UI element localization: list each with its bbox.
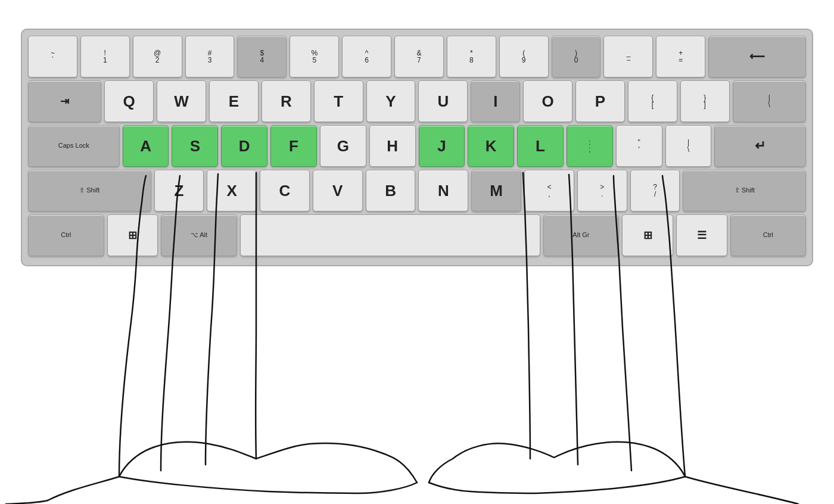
home-row: Caps Lock A S D F G H J bbox=[28, 125, 806, 167]
scene: ~ ` ! 1 @ 2 # 3 $ 4 % 5 bbox=[0, 0, 834, 504]
key-x[interactable]: X bbox=[207, 170, 257, 211]
qwerty-row: ⇥ Q W E R T Y U I bbox=[28, 80, 806, 122]
key-y[interactable]: Y bbox=[366, 80, 416, 122]
key-8[interactable]: * 8 bbox=[447, 36, 496, 77]
key-ctrl-right[interactable]: Ctrl bbox=[730, 214, 807, 256]
key-1[interactable]: ! 1 bbox=[80, 36, 130, 77]
key-ctrl-left[interactable]: Ctrl bbox=[28, 214, 104, 256]
key-backslash[interactable]: | \ bbox=[733, 80, 806, 122]
key-b[interactable]: B bbox=[366, 170, 416, 211]
bottom-row: Ctrl ⊞ ⌥ Alt Alt Gr ⊞ ☰ Ctrl bbox=[28, 214, 806, 256]
key-0[interactable]: ) 0 bbox=[552, 36, 601, 77]
key-9[interactable]: ( 9 bbox=[499, 36, 549, 77]
key-c[interactable]: C bbox=[260, 170, 310, 211]
key-rbracket[interactable]: } ] bbox=[680, 80, 730, 122]
key-menu[interactable]: ☰ bbox=[676, 214, 727, 256]
key-p[interactable]: P bbox=[575, 80, 625, 122]
key-shift-right[interactable]: ⇧ Shift bbox=[683, 170, 806, 211]
key-quote[interactable]: " ' bbox=[616, 125, 662, 167]
key-2[interactable]: @ 2 bbox=[133, 36, 182, 77]
key-s[interactable]: S bbox=[172, 125, 218, 167]
key-equals[interactable]: + = bbox=[656, 36, 705, 77]
number-row: ~ ` ! 1 @ 2 # 3 $ 4 % 5 bbox=[28, 36, 806, 77]
key-tab[interactable]: ⇥ bbox=[28, 80, 101, 122]
key-i[interactable]: I bbox=[471, 80, 520, 122]
key-o[interactable]: O bbox=[523, 80, 572, 122]
key-shift-left[interactable]: ⇧ Shift bbox=[28, 170, 151, 211]
key-3[interactable]: # 3 bbox=[185, 36, 235, 77]
key-space[interactable] bbox=[240, 214, 540, 256]
key-hash2[interactable]: | \ bbox=[665, 125, 712, 167]
key-m[interactable]: M bbox=[471, 170, 521, 211]
key-altgr[interactable]: Alt Gr bbox=[543, 214, 620, 256]
key-f[interactable]: F bbox=[270, 125, 317, 167]
key-t[interactable]: T bbox=[314, 80, 363, 122]
key-e[interactable]: E bbox=[209, 80, 259, 122]
key-g[interactable]: G bbox=[320, 125, 366, 167]
key-v[interactable]: V bbox=[313, 170, 363, 211]
shift-row: ⇧ Shift Z X C V B N M < bbox=[28, 170, 806, 211]
key-period[interactable]: > . bbox=[577, 170, 627, 211]
keyboard: ~ ` ! 1 @ 2 # 3 $ 4 % 5 bbox=[21, 29, 813, 266]
key-7[interactable]: & 7 bbox=[394, 36, 444, 77]
key-r[interactable]: R bbox=[262, 80, 311, 122]
key-backtick[interactable]: ~ ` bbox=[28, 36, 77, 77]
key-5[interactable]: % 5 bbox=[290, 36, 339, 77]
key-z[interactable]: Z bbox=[154, 170, 204, 211]
key-slash[interactable]: ? / bbox=[630, 170, 680, 211]
key-comma[interactable]: < , bbox=[524, 170, 574, 211]
key-alt-left[interactable]: ⌥ Alt bbox=[161, 214, 237, 256]
key-u[interactable]: U bbox=[418, 80, 468, 122]
key-d[interactable]: D bbox=[221, 125, 267, 167]
key-q[interactable]: Q bbox=[104, 80, 154, 122]
key-capslock[interactable]: Caps Lock bbox=[28, 125, 120, 167]
key-lbracket[interactable]: { [ bbox=[628, 80, 677, 122]
key-j[interactable]: J bbox=[419, 125, 465, 167]
key-l[interactable]: L bbox=[517, 125, 564, 167]
key-k[interactable]: K bbox=[468, 125, 514, 167]
key-win-right[interactable]: ⊞ bbox=[622, 214, 673, 256]
key-enter[interactable]: ↵ bbox=[714, 125, 806, 167]
key-a[interactable]: A bbox=[123, 125, 169, 167]
key-win-left[interactable]: ⊞ bbox=[107, 214, 158, 256]
key-semicolon[interactable]: : ; bbox=[567, 125, 613, 167]
key-minus[interactable]: _ − bbox=[603, 36, 653, 77]
key-w[interactable]: W bbox=[157, 80, 206, 122]
key-4[interactable]: $ 4 bbox=[237, 36, 287, 77]
key-6[interactable]: ^ 6 bbox=[342, 36, 391, 77]
key-n[interactable]: N bbox=[418, 170, 468, 211]
key-backspace[interactable]: ⟵ bbox=[708, 36, 806, 77]
key-h[interactable]: H bbox=[369, 125, 416, 167]
